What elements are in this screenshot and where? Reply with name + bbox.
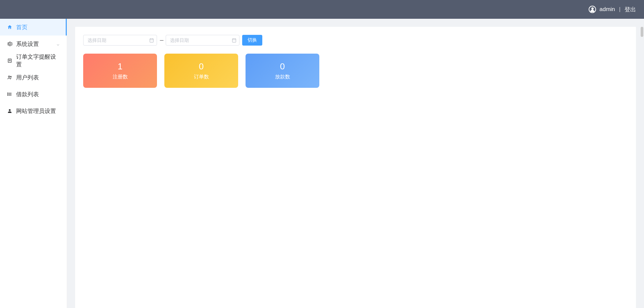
sidebar-item-system-settings[interactable]: 系统设置 [0,36,67,52]
sidebar-item-label: 首页 [16,23,59,31]
header-user-block: admin | 登出 [589,6,636,13]
doc-icon [7,58,13,64]
stat-label: 放款数 [275,74,290,80]
date-start-wrap [83,35,157,46]
stat-card-orders: 0 订单数 [164,54,238,88]
sidebar-item-admin-settings[interactable]: 网站管理员设置 [0,103,67,119]
date-start-input[interactable] [83,35,157,46]
users-icon [7,74,13,80]
avatar-icon [589,6,596,13]
scrollbar-track [641,27,643,300]
sidebar-item-label: 用户列表 [16,74,60,81]
date-end-input[interactable] [166,35,239,46]
stat-label: 订单数 [194,74,209,80]
svg-point-4 [10,76,11,77]
date-end-wrap [166,35,239,46]
sidebar: 首页 系统设置 订单文字提醒设置 [0,19,67,308]
date-range-separator: --- [160,37,163,43]
gear-icon [7,41,13,47]
stat-label: 注册数 [113,74,128,80]
svg-point-11 [9,109,10,111]
chevron-down-icon [56,42,60,46]
toggle-button[interactable]: 切换 [242,35,262,46]
svg-point-8 [7,93,8,93]
sidebar-item-user-list[interactable]: 用户列表 [0,69,67,86]
stat-card-payouts: 0 放款数 [246,54,319,88]
filter-row: --- 切换 [83,35,628,46]
logout-link[interactable]: 登出 [625,6,636,13]
list-icon [7,91,13,97]
person-icon [7,108,13,114]
svg-point-10 [7,95,8,96]
sidebar-item-label: 订单文字提醒设置 [16,53,60,68]
sidebar-item-label: 系统设置 [16,40,56,48]
top-header: admin | 登出 [0,0,644,19]
stat-value: 0 [199,61,204,72]
sidebar-item-order-text-reminder[interactable]: 订单文字提醒设置 [0,52,67,69]
sidebar-item-home[interactable]: 首页 [0,19,67,36]
sidebar-item-label: 借款列表 [16,90,60,98]
sidebar-item-loan-list[interactable]: 借款列表 [0,86,67,103]
stat-value: 1 [118,61,122,72]
scrollbar-thumb[interactable] [641,27,643,37]
stat-value: 0 [280,61,285,72]
sidebar-item-label: 网站管理员设置 [16,107,60,115]
main-content: --- 切换 1 注册数 0 [67,19,644,308]
home-icon [7,24,13,30]
stat-row: 1 注册数 0 订单数 0 放款数 [83,54,628,88]
svg-point-9 [7,94,8,94]
username: admin [599,6,615,13]
stat-card-register: 1 注册数 [83,54,157,88]
header-separator: | [619,6,621,13]
svg-point-3 [8,76,10,77]
content-card: --- 切换 1 注册数 0 [75,27,636,308]
